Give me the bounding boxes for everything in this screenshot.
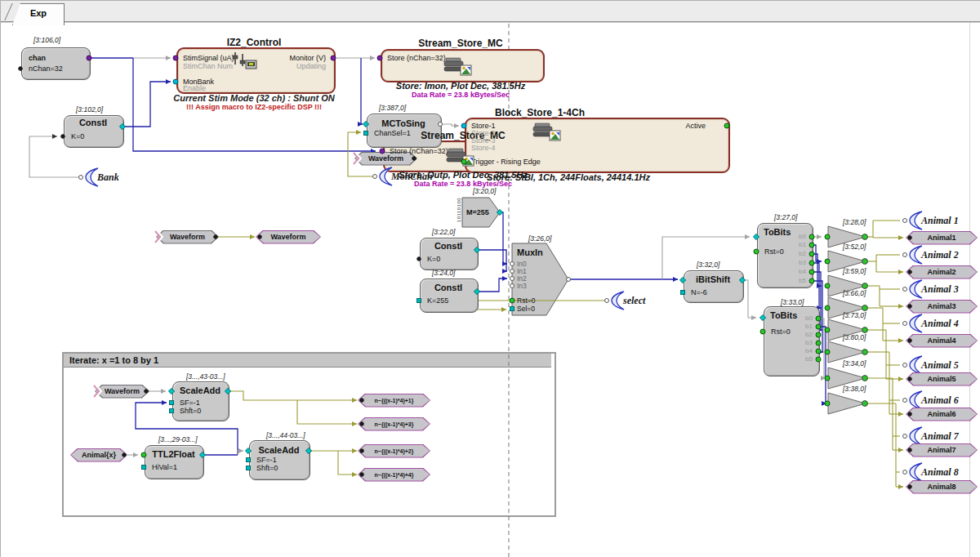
port-connector-open [510,284,514,288]
port-connector-black [360,399,364,403]
port-connector-green [825,328,830,332]
port-connector-green [825,376,830,381]
port-connector-green [809,243,814,247]
port-connector-green [825,283,830,288]
tab-slant-divider [4,3,12,20]
port-connector-green [510,298,514,303]
port-connector-green [825,350,830,354]
port-connector-teal-diamond [168,388,174,394]
port-connector-green [141,452,146,457]
port-connector-greenring [862,401,868,407]
port-connector-open [79,176,83,180]
port-connector-teal [247,466,251,470]
port-connector-teal [247,458,251,462]
port-connector-teal-diamond [474,247,479,252]
port-connector-black [360,449,364,453]
tab-exp[interactable]: Exp [12,3,65,25]
port-connector-black [360,422,364,426]
port-connector-black [908,305,912,309]
port-connector-black [908,339,912,343]
port-connector-teal-diamond [119,123,125,129]
port-connector-teal [170,401,174,405]
port-connector-black [214,235,218,239]
port-connector-black [908,377,912,381]
port-connector-green [825,259,830,264]
port-connector-purple [380,149,385,154]
port-connector-green [816,341,821,345]
port-connector-green [809,261,814,265]
tab-bar: Exp [1,1,980,22]
store-icon [447,149,474,166]
port-connector-green [816,332,821,337]
port-connector-teal-diamond [739,277,745,283]
port-connector-open [605,299,609,303]
port-connector-greenring [862,234,868,240]
port-connector-black [908,412,912,417]
port-connector-teal [170,409,174,413]
port-connector-greenring [862,305,868,311]
port-connector-black [412,157,416,161]
port-connector-black [908,448,912,452]
port-connector-open [903,470,907,475]
port-connector-black [145,390,149,394]
port-connector-green [724,123,729,128]
port-connector-teal [142,466,146,470]
port-connector-open [903,399,907,403]
port-connector-teal-diamond [245,448,251,453]
port-connector-green [825,401,830,406]
port-connector-purple [173,56,178,60]
port-connector-black [258,235,262,239]
port-connector-open [903,322,907,326]
port-connector-green [461,159,466,164]
port-connector-green [809,234,814,239]
port-connector-green [760,329,765,334]
port-connector-greenring [862,328,868,333]
port-connector-green [809,252,814,256]
port-connector-open [903,253,907,257]
port-connector-teal-diamond [363,121,368,127]
rpvds-editor-window: Exp Iterate: x =1 to 8 by 1[3:28,0][3:52… [0,0,980,557]
port-connector-green [754,249,759,254]
port-connector-purple [377,56,382,60]
port-connector-teal-diamond [497,209,502,215]
port-connector-green [809,270,814,274]
sliders-icon [233,52,256,69]
port-connector-black [908,485,912,489]
port-connector-green [825,234,830,239]
port-connector-teal-diamond [199,452,205,457]
port-connector-cyan [173,79,178,84]
port-connector-purple [87,56,91,60]
port-connector-teal [681,291,685,295]
port-connector-green [809,278,814,283]
port-connector-open [373,175,377,179]
port-connector-green [816,324,821,329]
store-icon [444,58,471,75]
port-connector-teal-diamond [679,277,685,283]
port-connector-black [417,257,421,261]
port-connector-open [510,277,514,281]
port-connector-green [816,349,821,354]
port-connector-greenring [862,283,868,289]
port-connector-cyan [461,123,466,128]
port-connector-teal [364,131,368,136]
port-connector-teal-diamond [753,234,759,239]
port-connector-black [61,135,65,139]
port-connector-open [903,287,907,292]
port-connector-black [908,236,912,240]
store-icon [533,123,560,140]
port-connector-greenring [862,350,868,355]
port-connector-open [439,123,443,127]
port-connector-teal-diamond [474,288,479,294]
port-connector-greenring [862,259,868,265]
port-connector-open [903,434,907,439]
port-connector-teal [417,299,421,303]
port-connector-green [825,305,830,310]
port-connector-black [122,453,127,457]
port-connector-open [903,219,907,223]
port-connector-teal-diamond [225,388,230,394]
port-connector-open [903,363,907,368]
port-connector-black [908,270,912,274]
port-connector-open [567,278,571,282]
port-connector-green [816,316,821,321]
port-connector-open [510,262,514,266]
